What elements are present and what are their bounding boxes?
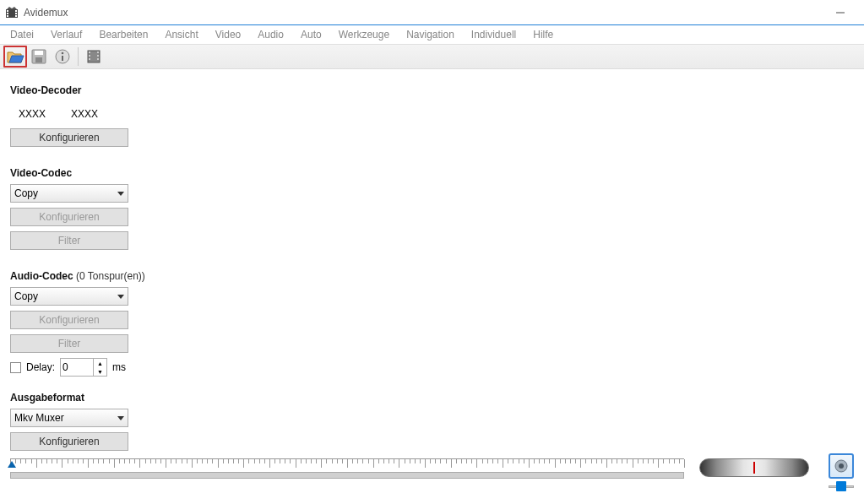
spinner-down-icon[interactable]: ▼ [94,367,106,376]
svg-rect-1 [7,10,8,12]
toolbar-separator [78,47,79,66]
menu-werkzeuge[interactable]: Werkzeuge [330,27,398,42]
open-file-button[interactable] [3,46,27,68]
audio-codec-suffix: (0 Tonspur(en)) [76,270,145,282]
sidebar: Video-Decoder XXXX XXXX Konfigurieren Vi… [0,69,165,453]
menu-datei[interactable]: Datei [2,27,42,42]
minimize-button[interactable] [822,0,859,24]
delay-checkbox[interactable] [10,362,21,373]
svg-rect-20 [97,58,99,60]
spinner-up-icon[interactable]: ▲ [94,359,106,367]
audio-codec-heading-text: Audio-Codec [10,270,73,282]
audio-codec-filter-button[interactable]: Filter [10,334,128,353]
svg-point-22 [839,463,844,469]
svg-rect-6 [15,15,17,17]
svg-rect-15 [89,51,90,53]
delay-unit: ms [112,361,126,373]
audio-codec-heading: Audio-Codec (0 Tonspur(en)) [10,270,155,282]
info-button[interactable] [51,46,74,68]
menubar: Datei Verlauf Bearbeiten Ansicht Video A… [0,25,864,44]
client-area: Video-Decoder XXXX XXXX Konfigurieren Vi… [0,69,864,504]
chevron-down-icon [117,187,124,199]
menu-navigation[interactable]: Navigation [398,27,463,42]
volume-slider[interactable] [829,482,854,492]
menu-video[interactable]: Video [207,27,249,42]
menu-bearbeiten[interactable]: Bearbeiten [90,27,156,42]
svg-rect-9 [35,51,43,55]
audio-output-button[interactable] [829,453,854,479]
slider-knob[interactable] [836,481,846,491]
playhead-icon[interactable] [8,461,16,468]
menu-audio[interactable]: Audio [249,27,292,42]
output-format-heading: Ausgabeformat [10,392,155,404]
bottom-panel [0,453,864,504]
video-codec-configure-button[interactable]: Konfigurieren [10,208,128,226]
window-title: Avidemux [24,7,68,19]
svg-rect-2 [7,13,8,14]
delay-spinner[interactable]: ▲ ▼ [60,358,107,377]
audio-codec-configure-button[interactable]: Konfigurieren [10,311,128,329]
decoder-left-value: XXXX [19,108,46,120]
svg-rect-19 [97,55,99,57]
video-decoder-configure-button[interactable]: Konfigurieren [10,128,128,147]
svg-rect-5 [15,13,17,14]
menu-ansicht[interactable]: Ansicht [156,27,206,42]
svg-rect-3 [7,15,8,17]
delay-input[interactable] [61,359,93,376]
menu-verlauf[interactable]: Verlauf [42,27,90,42]
titlebar: Avidemux [0,0,864,25]
timeline[interactable] [10,458,684,479]
app-icon [5,6,19,19]
jog-wheel[interactable] [699,458,809,477]
toolbar [0,44,864,69]
video-decoder-heading: Video-Decoder [10,84,155,96]
decoder-right-value: XXXX [71,108,98,120]
timeline-track[interactable] [10,472,684,479]
audio-codec-select[interactable]: Copy [10,287,128,306]
audio-codec-selected: Copy [14,290,38,302]
jog-center-marker [753,462,755,474]
delay-label: Delay: [26,361,55,373]
svg-rect-18 [97,51,99,53]
video-codec-selected: Copy [14,187,38,199]
svg-point-12 [62,52,64,55]
chevron-down-icon [117,412,124,424]
menu-hilfe[interactable]: Hilfe [524,27,562,42]
svg-rect-4 [15,10,17,12]
output-format-selected: Mkv Muxer [14,412,64,424]
menu-auto[interactable]: Auto [292,27,330,42]
svg-rect-13 [62,56,63,61]
video-codec-select[interactable]: Copy [10,184,128,203]
video-codec-heading: Video-Codec [10,167,155,179]
svg-rect-16 [89,55,90,57]
menu-individuell[interactable]: Individuell [463,27,524,42]
svg-rect-10 [35,57,42,62]
chevron-down-icon [117,290,124,302]
svg-rect-17 [89,58,90,60]
save-button[interactable] [27,46,51,68]
video-codec-filter-button[interactable]: Filter [10,231,128,250]
output-format-configure-button[interactable]: Konfigurieren [10,432,128,451]
clapper-button[interactable] [82,46,106,68]
output-format-select[interactable]: Mkv Muxer [10,409,128,427]
